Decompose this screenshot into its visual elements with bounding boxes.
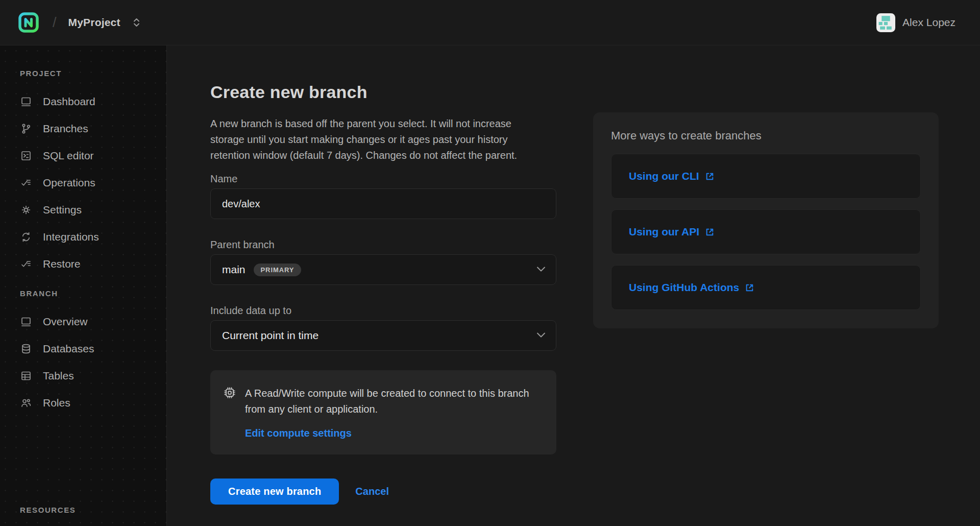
sidebar-item-label: Databases — [43, 343, 94, 355]
shell: PROJECT Dashboard Branches — [0, 45, 980, 526]
sidebar-item-branches[interactable]: Branches — [20, 115, 166, 142]
more-ways-panel: More ways to create branches Using our C… — [593, 112, 939, 328]
git-branch-icon — [20, 123, 32, 135]
users-icon — [20, 397, 32, 409]
sidebar-item-restore[interactable]: Restore — [20, 250, 166, 277]
sidebar-gap — [20, 277, 166, 290]
using-cli-link-label: Using our CLI — [629, 170, 699, 182]
compute-info-text: A Read/Write compute will be created to … — [245, 386, 537, 417]
more-ways-title: More ways to create branches — [611, 129, 921, 142]
sidebar-item-label: Dashboard — [43, 95, 95, 108]
include-data-select[interactable]: Current point in time — [210, 320, 556, 351]
sidebar-item-roles[interactable]: Roles — [20, 389, 166, 416]
user-menu[interactable]: Alex Lopez — [876, 13, 955, 32]
edit-compute-settings-link[interactable]: Edit compute settings — [245, 427, 352, 439]
sidebar-item-label: Roles — [43, 397, 70, 409]
sync-icon — [20, 231, 32, 243]
github-actions-card: Using GitHub Actions — [611, 265, 921, 310]
overview-icon — [20, 316, 32, 328]
project-name: MyProject — [68, 16, 120, 29]
sidebar-item-sql-editor[interactable]: SQL editor — [20, 142, 166, 169]
gear-icon — [20, 204, 32, 216]
neon-logo-icon — [18, 12, 39, 33]
sidebar-item-dashboard[interactable]: Dashboard — [20, 88, 166, 115]
include-data-label: Include data up to — [210, 304, 556, 317]
sidebar-item-label: Overview — [43, 316, 88, 328]
more-ways-cards: Using our CLI Using our API — [611, 154, 921, 310]
chevron-expand-icon — [133, 17, 140, 28]
sidebar-item-label: Settings — [43, 204, 82, 216]
page-description: A new branch is based off the parent you… — [210, 116, 548, 163]
sidebar-item-settings[interactable]: Settings — [20, 196, 166, 223]
external-link-icon — [705, 172, 715, 181]
main-content: Create new branch A new branch is based … — [167, 45, 980, 526]
sidebar-item-overview[interactable]: Overview — [20, 308, 166, 335]
api-card: Using our API — [611, 209, 921, 254]
table-icon — [20, 370, 32, 382]
using-cli-link[interactable]: Using our CLI — [629, 170, 715, 182]
using-api-link[interactable]: Using our API — [629, 226, 715, 238]
parent-branch-label: Parent branch — [210, 238, 556, 251]
parent-branch-value: main — [222, 264, 246, 276]
using-github-actions-link-label: Using GitHub Actions — [629, 281, 739, 294]
terminal-icon — [20, 150, 32, 162]
sidebar-item-label: SQL editor — [43, 150, 94, 162]
page-title: Create new branch — [210, 82, 556, 103]
chevron-down-icon — [536, 266, 546, 272]
user-name: Alex Lopez — [902, 16, 955, 29]
create-branch-button[interactable]: Create new branch — [210, 479, 339, 505]
sidebar-item-label: Operations — [43, 177, 95, 189]
parent-branch-select[interactable]: main PRIMARY — [210, 254, 556, 285]
sidebar-item-tables[interactable]: Tables — [20, 362, 166, 389]
primary-badge: PRIMARY — [254, 264, 302, 276]
create-branch-form: Create new branch A new branch is based … — [210, 82, 556, 505]
avatar — [876, 13, 895, 32]
project-switcher[interactable]: MyProject — [68, 16, 140, 29]
using-github-actions-link[interactable]: Using GitHub Actions — [629, 281, 754, 294]
external-link-icon — [705, 227, 715, 237]
using-api-link-label: Using our API — [629, 226, 699, 238]
form-actions: Create new branch Cancel — [210, 479, 556, 505]
cpu-chip-icon — [223, 386, 237, 417]
include-data-value: Current point in time — [222, 329, 318, 342]
sidebar-section-project: PROJECT — [20, 69, 166, 77]
external-link-icon — [745, 283, 754, 293]
cancel-button[interactable]: Cancel — [355, 486, 389, 497]
checklist-icon — [20, 177, 32, 189]
topbar: / MyProject Alex Lopez — [0, 0, 980, 45]
sidebar-item-databases[interactable]: Databases — [20, 335, 166, 362]
sidebar-item-label: Tables — [43, 370, 74, 382]
restore-checklist-icon — [20, 258, 32, 270]
dashboard-icon — [20, 95, 32, 108]
sidebar-item-integrations[interactable]: Integrations — [20, 223, 166, 250]
sidebar-item-label: Branches — [43, 123, 88, 135]
breadcrumb-separator: / — [53, 15, 57, 31]
sidebar-section-branch: BRANCH — [20, 290, 166, 297]
cli-card: Using our CLI — [611, 154, 921, 199]
sidebar-item-label: Restore — [43, 258, 81, 270]
sidebar-item-operations[interactable]: Operations — [20, 169, 166, 196]
database-icon — [20, 343, 32, 355]
neon-logo[interactable] — [18, 12, 39, 33]
sidebar-section-resources: RESOURCES — [20, 506, 166, 514]
chevron-down-icon — [536, 332, 546, 338]
name-label: Name — [210, 173, 556, 185]
compute-info-box: A Read/Write compute will be created to … — [210, 370, 556, 455]
sidebar: PROJECT Dashboard Branches — [0, 45, 167, 526]
branch-name-input[interactable] — [210, 188, 556, 219]
topbar-left: / MyProject — [18, 12, 140, 33]
sidebar-item-label: Integrations — [43, 231, 99, 243]
